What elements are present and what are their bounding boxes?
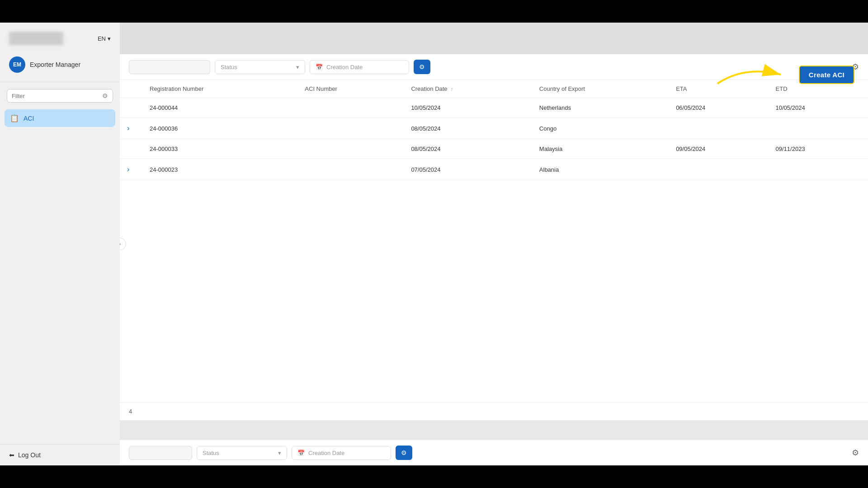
bottom-status-placeholder: Status (203, 450, 219, 456)
sidebar-item-aci-label: ACI (24, 115, 34, 122)
sidebar-logo (9, 32, 63, 45)
cell-creation-date-1: 08/05/2024 (404, 118, 532, 139)
cell-country-3: Albania (532, 159, 669, 180)
sidebar-filter-area: ⚙ (0, 84, 120, 107)
bottom-search-box[interactable] (129, 446, 192, 460)
sidebar: EN ▾ EM Exporter Manager ⚙ 📋 ACI (0, 23, 120, 465)
logout-button[interactable]: ⬅ Log Out (9, 451, 111, 459)
table-row[interactable]: › 24-000023 07/05/2024 Albania (120, 159, 868, 180)
aci-icon: 📋 (10, 114, 19, 122)
bottom-black-bar (0, 465, 868, 488)
cell-etd-1 (769, 118, 868, 139)
table-row[interactable]: 24-000044 10/05/2024 Netherlands 06/05/2… (120, 98, 868, 118)
bottom-date-placeholder: Creation Date (308, 450, 344, 456)
filter-input-wrap[interactable]: ⚙ (7, 89, 113, 103)
date-placeholder: Creation Date (326, 64, 363, 70)
cell-country-2: Malaysia (532, 139, 669, 159)
cell-country-1: Congo (532, 118, 669, 139)
sliders-icon: ⚙ (102, 92, 108, 99)
col-country-header[interactable]: Country of Export (532, 80, 669, 98)
cell-creation-date-3: 07/05/2024 (404, 159, 532, 180)
calendar-icon: 📅 (316, 64, 323, 70)
col-creation-date-header[interactable]: Creation Date ↑ (404, 80, 532, 98)
bottom-filter-settings-button[interactable]: ⚙ (396, 446, 412, 460)
user-section: EM Exporter Manager (0, 50, 120, 80)
nav-items: 📋 ACI (0, 107, 120, 129)
sidebar-footer: ⬅ Log Out (0, 444, 120, 465)
lang-selector[interactable]: EN ▾ (98, 35, 111, 42)
cell-etd-3 (769, 159, 868, 180)
col-registration-header[interactable]: Registration Number (142, 80, 297, 98)
avatar: EM (9, 56, 25, 73)
aci-table: Registration Number ACI Number Creation … (120, 80, 868, 180)
cell-status-3: › (120, 159, 142, 180)
bottom-column-settings-icon[interactable]: ⚙ (852, 448, 859, 458)
col-status-header (120, 80, 142, 98)
table-body: 24-000044 10/05/2024 Netherlands 06/05/2… (120, 98, 868, 180)
lang-label: EN (98, 35, 106, 42)
date-filter[interactable]: 📅 Creation Date (310, 60, 409, 74)
cell-registration-1: 24-000036 (142, 118, 297, 139)
search-box[interactable] (129, 60, 210, 74)
cell-etd-2: 09/11/2023 (769, 139, 868, 159)
cell-registration-0: 24-000044 (142, 98, 297, 118)
cell-status-0 (120, 98, 142, 118)
pagination-area: 4 (120, 402, 868, 420)
arrow-annotation (708, 56, 799, 93)
bottom-date-filter[interactable]: 📅 Creation Date (292, 446, 391, 460)
status-filter[interactable]: Status ▾ (215, 60, 305, 74)
main-content: › Status ▾ 📅 Creation Date (120, 23, 868, 465)
table-row[interactable]: › 24-000036 08/05/2024 Congo (120, 118, 868, 139)
logout-label: Log Out (18, 451, 41, 459)
sidebar-divider-1 (0, 82, 120, 82)
filter-input[interactable] (12, 93, 99, 99)
cell-eta-2: 09/05/2024 (669, 139, 768, 159)
bottom-chevron-down-icon: ▾ (278, 450, 281, 456)
bottom-filter-icon: ⚙ (401, 449, 407, 456)
sidebar-item-aci[interactable]: 📋 ACI (5, 109, 115, 127)
bottom-status-filter[interactable]: Status ▾ (197, 446, 287, 460)
header-area (120, 23, 868, 54)
filter-icon: ⚙ (419, 63, 425, 70)
status-placeholder: Status (221, 64, 237, 70)
table-row[interactable]: 24-000033 08/05/2024 Malaysia 09/05/2024… (120, 139, 868, 159)
cell-aci-3 (297, 159, 404, 180)
cell-eta-0: 06/05/2024 (669, 98, 768, 118)
bottom-search-input[interactable] (135, 450, 186, 456)
cell-country-0: Netherlands (532, 98, 669, 118)
cell-creation-date-0: 10/05/2024 (404, 98, 532, 118)
sort-icon: ↑ (451, 87, 453, 92)
top-black-bar (0, 0, 868, 23)
cell-creation-date-2: 08/05/2024 (404, 139, 532, 159)
filter-settings-button[interactable]: ⚙ (414, 60, 430, 74)
cell-aci-1 (297, 118, 404, 139)
total-count: 4 (129, 408, 132, 415)
cell-eta-1 (669, 118, 768, 139)
user-name-label: Exporter Manager (30, 61, 80, 68)
bottom-calendar-icon: 📅 (297, 450, 305, 456)
table-container: Registration Number ACI Number Creation … (120, 80, 868, 402)
col-aci-header[interactable]: ACI Number (297, 80, 404, 98)
cell-registration-3: 24-000023 (142, 159, 297, 180)
cell-etd-0: 10/05/2024 (769, 98, 868, 118)
chevron-down-icon: ▾ (296, 64, 299, 70)
create-aci-area: Create ACI (708, 56, 854, 93)
cell-status-1: › (120, 118, 142, 139)
sidebar-header: EN ▾ (0, 23, 120, 50)
cell-aci-2 (297, 139, 404, 159)
logout-icon: ⬅ (9, 451, 14, 459)
avatar-initials: EM (13, 61, 21, 68)
create-aci-button[interactable]: Create ACI (799, 66, 854, 84)
cell-aci-0 (297, 98, 404, 118)
cell-status-2 (120, 139, 142, 159)
cell-eta-3 (669, 159, 768, 180)
search-input[interactable] (135, 64, 204, 70)
cell-registration-2: 24-000033 (142, 139, 297, 159)
chevron-down-icon: ▾ (108, 35, 111, 42)
bottom-toolbar: Status ▾ 📅 Creation Date ⚙ ⚙ (120, 440, 868, 465)
